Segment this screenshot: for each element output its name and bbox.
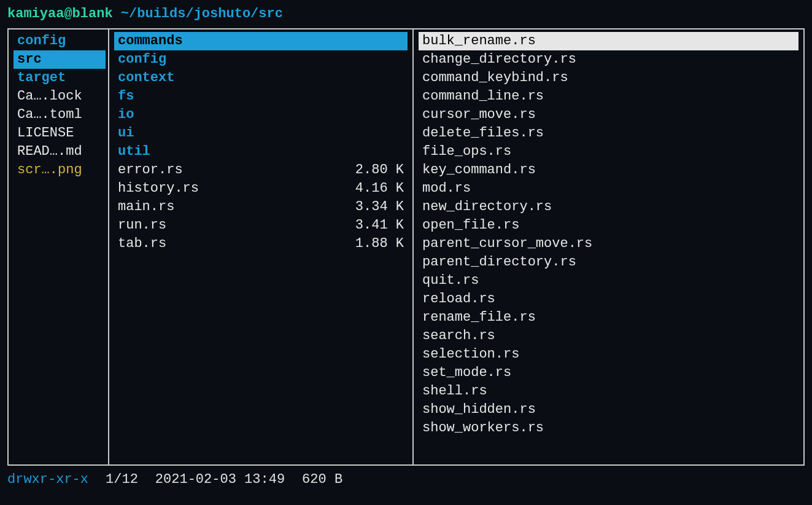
- current-item[interactable]: io: [114, 106, 408, 124]
- parent-item-name: Ca….toml: [17, 106, 102, 124]
- preview-item[interactable]: parent_cursor_move.rs: [419, 235, 798, 253]
- current-item[interactable]: config: [114, 50, 408, 69]
- preview-item-name: reload.rs: [422, 290, 795, 308]
- preview-item[interactable]: command_line.rs: [419, 87, 798, 106]
- status-index: 1/12: [106, 471, 138, 489]
- parent-item[interactable]: src: [14, 50, 106, 69]
- current-item[interactable]: error.rs2.80 K: [114, 161, 408, 179]
- preview-item[interactable]: parent_directory.rs: [419, 253, 798, 272]
- user-host: kamiyaa@blank: [7, 6, 113, 22]
- preview-item-name: command_line.rs: [422, 87, 795, 106]
- parent-panel[interactable]: configsrctargetCa….lockCa….tomlLICENSERE…: [9, 29, 108, 464]
- preview-item[interactable]: mod.rs: [419, 179, 798, 198]
- current-item-size: 1.88 K: [345, 235, 404, 253]
- parent-item[interactable]: scr….png: [14, 161, 106, 179]
- preview-item[interactable]: shell.rs: [419, 382, 798, 401]
- current-item-name: io: [118, 106, 345, 124]
- current-item-name: tab.rs: [118, 235, 345, 253]
- preview-item-name: change_directory.rs: [422, 50, 795, 69]
- preview-item-name: show_hidden.rs: [422, 401, 795, 419]
- preview-item-name: show_workers.rs: [422, 419, 795, 437]
- parent-item[interactable]: Ca….toml: [14, 106, 106, 124]
- preview-item-name: quit.rs: [422, 272, 795, 290]
- preview-item-name: key_command.rs: [422, 161, 795, 179]
- preview-item-name: cursor_move.rs: [422, 106, 795, 124]
- preview-item[interactable]: reload.rs: [419, 290, 798, 308]
- current-item[interactable]: commands: [114, 32, 408, 50]
- preview-panel[interactable]: bulk_rename.rschange_directory.rscommand…: [414, 29, 803, 464]
- current-item-size: 3.34 K: [345, 198, 404, 216]
- parent-item-name: target: [17, 69, 102, 87]
- preview-item[interactable]: rename_file.rs: [419, 308, 798, 327]
- current-item-size: 2.80 K: [345, 161, 404, 179]
- preview-item[interactable]: delete_files.rs: [419, 124, 798, 143]
- current-item-size: 4.16 K: [345, 179, 404, 198]
- current-item[interactable]: history.rs4.16 K: [114, 179, 408, 198]
- current-item-name: config: [118, 50, 345, 69]
- parent-item[interactable]: config: [14, 32, 106, 50]
- current-item-name: history.rs: [118, 179, 345, 198]
- current-item-size: 3.41 K: [345, 216, 404, 235]
- preview-item[interactable]: selection.rs: [419, 345, 798, 364]
- parent-item-name: config: [17, 32, 102, 50]
- preview-item[interactable]: file_ops.rs: [419, 143, 798, 161]
- preview-item-name: new_directory.rs: [422, 198, 795, 216]
- preview-item[interactable]: bulk_rename.rs: [419, 32, 798, 50]
- preview-item-name: search.rs: [422, 327, 795, 345]
- preview-item-name: delete_files.rs: [422, 124, 795, 143]
- parent-item[interactable]: READ….md: [14, 143, 106, 161]
- current-item[interactable]: fs: [114, 87, 408, 106]
- current-item-name: util: [118, 143, 345, 161]
- current-panel[interactable]: commandsconfigcontextfsiouiutilerror.rs2…: [108, 29, 414, 464]
- preview-item[interactable]: open_file.rs: [419, 216, 798, 235]
- preview-item[interactable]: key_command.rs: [419, 161, 798, 179]
- current-item[interactable]: tab.rs1.88 K: [114, 235, 408, 253]
- preview-item-name: parent_directory.rs: [422, 253, 795, 272]
- parent-item-name: LICENSE: [17, 124, 102, 143]
- preview-item-name: set_mode.rs: [422, 364, 795, 382]
- current-item[interactable]: run.rs3.41 K: [114, 216, 408, 235]
- current-item-name: fs: [118, 87, 345, 106]
- preview-item[interactable]: show_workers.rs: [419, 419, 798, 437]
- status-size: 620 B: [302, 471, 342, 489]
- current-item[interactable]: main.rs3.34 K: [114, 198, 408, 216]
- parent-item-name: src: [17, 50, 102, 69]
- parent-item-name: READ….md: [17, 143, 102, 161]
- preview-item[interactable]: set_mode.rs: [419, 364, 798, 382]
- preview-item-name: open_file.rs: [422, 216, 795, 235]
- preview-item[interactable]: cursor_move.rs: [419, 106, 798, 124]
- parent-item-name: Ca….lock: [17, 87, 102, 106]
- preview-item[interactable]: new_directory.rs: [419, 198, 798, 216]
- preview-item[interactable]: show_hidden.rs: [419, 401, 798, 419]
- preview-item-name: rename_file.rs: [422, 308, 795, 327]
- current-item[interactable]: util: [114, 143, 408, 161]
- parent-item-name: scr….png: [17, 161, 102, 179]
- preview-item[interactable]: quit.rs: [419, 272, 798, 290]
- preview-item-name: shell.rs: [422, 382, 795, 401]
- current-item-name: error.rs: [118, 161, 345, 179]
- parent-item[interactable]: LICENSE: [14, 124, 106, 143]
- preview-item[interactable]: command_keybind.rs: [419, 69, 798, 87]
- current-item-name: ui: [118, 124, 345, 143]
- current-item-name: commands: [118, 32, 345, 50]
- preview-item-name: selection.rs: [422, 345, 795, 364]
- status-mtime: 2021-02-03 13:49: [155, 471, 285, 489]
- preview-item[interactable]: change_directory.rs: [419, 50, 798, 69]
- preview-item-name: mod.rs: [422, 179, 795, 198]
- current-path: kamiyaa@blank ~/builds/joshuto/src: [7, 5, 805, 23]
- current-item-name: main.rs: [118, 198, 345, 216]
- parent-item[interactable]: target: [14, 69, 106, 87]
- preview-item-name: parent_cursor_move.rs: [422, 235, 795, 253]
- preview-item-name: command_keybind.rs: [422, 69, 795, 87]
- preview-item-name: bulk_rename.rs: [422, 32, 795, 50]
- preview-item-name: file_ops.rs: [422, 143, 795, 161]
- current-item[interactable]: ui: [114, 124, 408, 143]
- status-permissions: drwxr-xr-x: [7, 471, 88, 489]
- preview-item[interactable]: search.rs: [419, 327, 798, 345]
- current-item-name: context: [118, 69, 345, 87]
- current-item-name: run.rs: [118, 216, 345, 235]
- cwd: ~/builds/joshuto/src: [121, 6, 283, 22]
- current-item[interactable]: context: [114, 69, 408, 87]
- status-bar: drwxr-xr-x 1/12 2021-02-03 13:49 620 B: [7, 471, 805, 489]
- parent-item[interactable]: Ca….lock: [14, 87, 106, 106]
